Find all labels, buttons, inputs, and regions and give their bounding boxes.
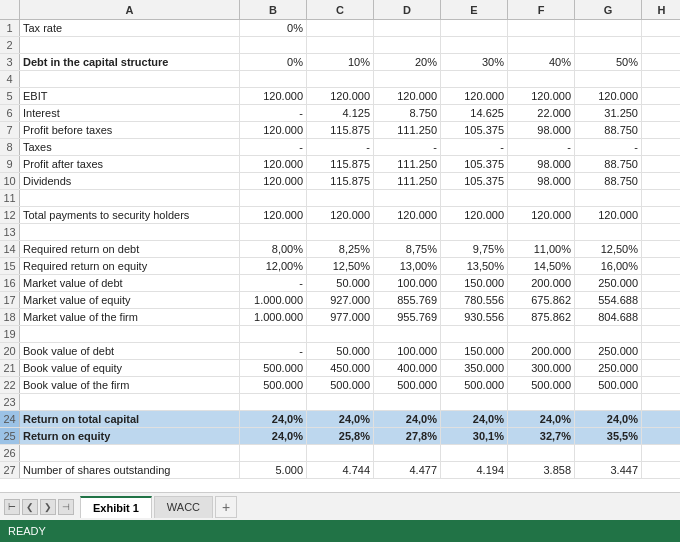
cell-9-a[interactable]: Profit after taxes xyxy=(20,156,240,172)
table-row[interactable]: 7Profit before taxes120.000115.875111.25… xyxy=(0,122,680,139)
cell-25-e[interactable]: 30,1% xyxy=(441,428,508,444)
cell-18-h[interactable] xyxy=(642,309,680,325)
cell-16-h[interactable] xyxy=(642,275,680,291)
cell-6-b[interactable]: - xyxy=(240,105,307,121)
cell-2-d[interactable] xyxy=(374,37,441,53)
table-row[interactable]: 21Book value of equity500.000450.000400.… xyxy=(0,360,680,377)
cell-5-b[interactable]: 120.000 xyxy=(240,88,307,104)
cell-3-b[interactable]: 0% xyxy=(240,54,307,70)
cell-27-b[interactable]: 5.000 xyxy=(240,462,307,478)
cell-11-e[interactable] xyxy=(441,190,508,206)
tab-first-btn[interactable]: ⊢ xyxy=(4,499,20,515)
table-row[interactable]: 25Return on equity24,0%25,8%27,8%30,1%32… xyxy=(0,428,680,445)
cell-16-a[interactable]: Market value of debt xyxy=(20,275,240,291)
table-row[interactable]: 26 xyxy=(0,445,680,462)
cell-1-d[interactable] xyxy=(374,20,441,36)
cell-18-d[interactable]: 955.769 xyxy=(374,309,441,325)
cell-1-h[interactable] xyxy=(642,20,680,36)
cell-20-f[interactable]: 200.000 xyxy=(508,343,575,359)
cell-15-e[interactable]: 13,50% xyxy=(441,258,508,274)
cell-12-b[interactable]: 120.000 xyxy=(240,207,307,223)
cell-21-h[interactable] xyxy=(642,360,680,376)
cell-2-h[interactable] xyxy=(642,37,680,53)
cell-23-c[interactable] xyxy=(307,394,374,410)
cell-9-h[interactable] xyxy=(642,156,680,172)
tab-wacc[interactable]: WACC xyxy=(154,496,213,518)
cell-16-d[interactable]: 100.000 xyxy=(374,275,441,291)
cell-26-c[interactable] xyxy=(307,445,374,461)
table-row[interactable]: 2 xyxy=(0,37,680,54)
cell-20-g[interactable]: 250.000 xyxy=(575,343,642,359)
cell-5-e[interactable]: 120.000 xyxy=(441,88,508,104)
cell-3-g[interactable]: 50% xyxy=(575,54,642,70)
cell-1-a[interactable]: Tax rate xyxy=(20,20,240,36)
cell-20-h[interactable] xyxy=(642,343,680,359)
cell-14-a[interactable]: Required return on debt xyxy=(20,241,240,257)
cell-22-d[interactable]: 500.000 xyxy=(374,377,441,393)
cell-16-f[interactable]: 200.000 xyxy=(508,275,575,291)
cell-27-c[interactable]: 4.744 xyxy=(307,462,374,478)
cell-12-h[interactable] xyxy=(642,207,680,223)
cell-13-e[interactable] xyxy=(441,224,508,240)
cell-17-f[interactable]: 675.862 xyxy=(508,292,575,308)
cell-21-c[interactable]: 450.000 xyxy=(307,360,374,376)
cell-8-b[interactable]: - xyxy=(240,139,307,155)
cell-6-c[interactable]: 4.125 xyxy=(307,105,374,121)
cell-24-c[interactable]: 24,0% xyxy=(307,411,374,427)
cell-27-h[interactable] xyxy=(642,462,680,478)
cell-18-a[interactable]: Market value of the firm xyxy=(20,309,240,325)
cell-3-e[interactable]: 30% xyxy=(441,54,508,70)
table-row[interactable]: 22Book value of the firm500.000500.00050… xyxy=(0,377,680,394)
cell-3-d[interactable]: 20% xyxy=(374,54,441,70)
cell-26-a[interactable] xyxy=(20,445,240,461)
table-row[interactable]: 5EBIT120.000120.000120.000120.000120.000… xyxy=(0,88,680,105)
cell-27-d[interactable]: 4.477 xyxy=(374,462,441,478)
cell-10-h[interactable] xyxy=(642,173,680,189)
cell-8-h[interactable] xyxy=(642,139,680,155)
cell-4-c[interactable] xyxy=(307,71,374,87)
tab-exhibit1[interactable]: Exhibit 1 xyxy=(80,496,152,518)
cell-7-h[interactable] xyxy=(642,122,680,138)
cell-23-d[interactable] xyxy=(374,394,441,410)
cell-2-e[interactable] xyxy=(441,37,508,53)
cell-18-g[interactable]: 804.688 xyxy=(575,309,642,325)
cell-22-f[interactable]: 500.000 xyxy=(508,377,575,393)
cell-1-e[interactable] xyxy=(441,20,508,36)
table-row[interactable]: 18Market value of the firm1.000.000977.0… xyxy=(0,309,680,326)
cell-6-d[interactable]: 8.750 xyxy=(374,105,441,121)
cell-6-g[interactable]: 31.250 xyxy=(575,105,642,121)
cell-25-f[interactable]: 32,7% xyxy=(508,428,575,444)
cell-4-e[interactable] xyxy=(441,71,508,87)
cell-22-a[interactable]: Book value of the firm xyxy=(20,377,240,393)
cell-26-f[interactable] xyxy=(508,445,575,461)
cell-4-a[interactable] xyxy=(20,71,240,87)
cell-26-g[interactable] xyxy=(575,445,642,461)
table-row[interactable]: 6Interest-4.1258.75014.62522.00031.250 xyxy=(0,105,680,122)
cell-22-g[interactable]: 500.000 xyxy=(575,377,642,393)
table-row[interactable]: 20Book value of debt-50.000100.000150.00… xyxy=(0,343,680,360)
cell-14-c[interactable]: 8,25% xyxy=(307,241,374,257)
cell-21-f[interactable]: 300.000 xyxy=(508,360,575,376)
table-row[interactable]: 9Profit after taxes120.000115.875111.250… xyxy=(0,156,680,173)
cell-18-e[interactable]: 930.556 xyxy=(441,309,508,325)
table-row[interactable]: 10Dividends120.000115.875111.250105.3759… xyxy=(0,173,680,190)
cell-11-f[interactable] xyxy=(508,190,575,206)
cell-24-d[interactable]: 24,0% xyxy=(374,411,441,427)
cell-15-d[interactable]: 13,00% xyxy=(374,258,441,274)
cell-8-c[interactable]: - xyxy=(307,139,374,155)
cell-1-b[interactable]: 0% xyxy=(240,20,307,36)
cell-9-d[interactable]: 111.250 xyxy=(374,156,441,172)
cell-16-g[interactable]: 250.000 xyxy=(575,275,642,291)
cell-7-d[interactable]: 111.250 xyxy=(374,122,441,138)
cell-6-f[interactable]: 22.000 xyxy=(508,105,575,121)
cell-12-e[interactable]: 120.000 xyxy=(441,207,508,223)
cell-14-d[interactable]: 8,75% xyxy=(374,241,441,257)
cell-19-d[interactable] xyxy=(374,326,441,342)
tab-next-btn[interactable]: ❯ xyxy=(40,499,56,515)
table-row[interactable]: 19 xyxy=(0,326,680,343)
cell-4-d[interactable] xyxy=(374,71,441,87)
tab-add-btn[interactable]: + xyxy=(215,496,237,518)
cell-21-b[interactable]: 500.000 xyxy=(240,360,307,376)
cell-14-g[interactable]: 12,50% xyxy=(575,241,642,257)
cell-14-f[interactable]: 11,00% xyxy=(508,241,575,257)
